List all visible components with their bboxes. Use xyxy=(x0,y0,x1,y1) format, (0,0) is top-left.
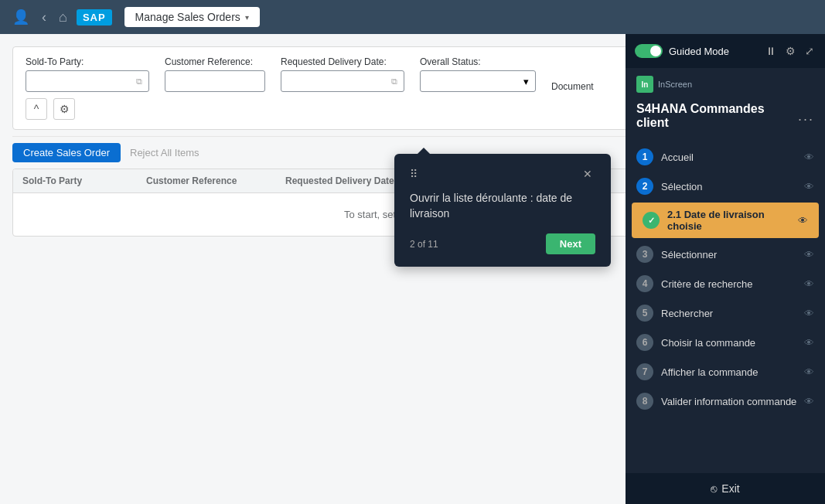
step-item-8[interactable]: 8 Valider information commande 👁 xyxy=(626,387,825,416)
create-sales-order-button[interactable]: Create Sales Order xyxy=(12,143,121,162)
tooltip-counter: 2 of 11 xyxy=(410,239,438,250)
customer-reference-label: Customer Reference: xyxy=(165,56,265,67)
col-customer-reference: Customer Reference xyxy=(146,175,285,186)
drag-handle-icon[interactable]: ⠿ xyxy=(410,168,418,180)
collapse-icon: ^ xyxy=(34,103,39,115)
document-field: Document xyxy=(551,81,594,92)
sold-to-party-field: Sold-To Party: ⧉ xyxy=(26,56,149,92)
step-label-3: Sélectionner xyxy=(661,249,804,261)
step-item-5[interactable]: 5 Rechercher 👁 xyxy=(626,298,825,328)
collapse-filters-button[interactable]: ^ xyxy=(26,98,47,120)
requested-delivery-date-field: Requested Delivery Date: ⧉ xyxy=(281,56,404,92)
requested-delivery-date-input[interactable]: ⧉ xyxy=(281,70,404,92)
step-item-7[interactable]: 7 Afficher la commande 👁 xyxy=(626,357,825,387)
step-label-6: Choisir la commande xyxy=(661,337,804,349)
step-num-7: 7 xyxy=(636,363,653,380)
exit-bar: ⎋ Exit xyxy=(626,473,825,504)
step-num-2: 2 xyxy=(636,178,653,195)
home-icon[interactable]: ⌂ xyxy=(56,6,70,29)
customer-reference-field: Customer Reference: xyxy=(165,56,265,92)
panel-expand-button[interactable]: ⤢ xyxy=(803,43,816,59)
guided-mode-toggle[interactable] xyxy=(635,44,663,58)
overall-status-label: Overall Status: xyxy=(420,56,536,67)
step-eye-icon-2-1[interactable]: 👁 xyxy=(798,215,808,226)
step-eye-icon-4[interactable]: 👁 xyxy=(804,278,814,290)
panel-settings-button[interactable]: ⚙ xyxy=(784,43,797,59)
step-num-5: 5 xyxy=(636,305,653,322)
tooltip-close-button[interactable]: ✕ xyxy=(580,166,595,182)
step-num-3: 3 xyxy=(636,246,653,263)
page-title-button[interactable]: Manage Sales Orders ▾ xyxy=(124,7,260,27)
guided-topbar: Guided Mode ⏸ ⚙ ⤢ xyxy=(626,34,825,68)
overall-status-dropdown[interactable]: ▾ xyxy=(420,70,536,92)
customer-reference-input[interactable] xyxy=(165,70,265,92)
page-title-text: Manage Sales Orders xyxy=(135,11,240,23)
exit-icon: ⎋ xyxy=(711,482,717,495)
overall-status-field: Overall Status: ▾ xyxy=(420,56,536,92)
step-label-2: Sélection xyxy=(661,181,804,192)
exit-label: Exit xyxy=(721,482,739,495)
settings-icon: ⚙ xyxy=(60,103,70,115)
copy-icon[interactable]: ⧉ xyxy=(136,77,142,87)
step-item-4[interactable]: 4 Critère de recherche 👁 xyxy=(626,269,825,298)
step-item-6[interactable]: 6 Choisir la commande 👁 xyxy=(626,328,825,357)
guided-panel-more-button[interactable]: ... xyxy=(798,108,814,124)
step-num-8: 8 xyxy=(636,393,653,410)
step-item-1[interactable]: 1 Accueil 👁 xyxy=(626,142,825,172)
sap-logo: SAP xyxy=(77,9,112,26)
tooltip-header: ⠿ ✕ xyxy=(410,166,595,182)
tooltip-next-button[interactable]: Next xyxy=(546,233,595,254)
brand-name: InScreen xyxy=(658,80,692,89)
guided-topbar-icons: ⏸ ⚙ ⤢ xyxy=(764,43,816,59)
step-eye-icon-3[interactable]: 👁 xyxy=(804,249,814,261)
document-label: Document xyxy=(551,81,594,92)
step-item-2[interactable]: 2 Sélection 👁 xyxy=(626,172,825,201)
toggle-knob xyxy=(650,46,661,56)
exit-button[interactable]: ⎋ Exit xyxy=(711,482,739,495)
col-sold-to-party: Sold-To Party xyxy=(22,175,146,186)
step-num-6: 6 xyxy=(636,334,653,351)
chevron-down-icon: ▾ xyxy=(245,13,249,22)
steps-list: 1 Accueil 👁 2 Sélection 👁 ✓ 2.1 Date de … xyxy=(626,139,825,473)
requested-delivery-date-label: Requested Delivery Date: xyxy=(281,56,404,67)
step-eye-icon-2[interactable]: 👁 xyxy=(804,181,814,192)
step-label-2-1: 2.1 Date de livraison choisie xyxy=(667,209,798,232)
tooltip-footer: 2 of 11 Next xyxy=(410,233,595,254)
filter-settings-button[interactable]: ⚙ xyxy=(53,98,75,120)
step-num-4: 4 xyxy=(636,275,653,292)
user-icon[interactable]: 👤 xyxy=(9,5,32,29)
step-eye-icon-1[interactable]: 👁 xyxy=(804,152,814,163)
step-num-2-1: ✓ xyxy=(643,212,660,229)
brand-icon: In xyxy=(636,76,653,93)
guided-brand: In InScreen xyxy=(626,68,825,97)
guided-mode-panel: Guided Mode ⏸ ⚙ ⤢ In InScreen S4HANA Com… xyxy=(626,34,825,504)
step-label-5: Rechercher xyxy=(661,308,804,319)
step-label-8: Valider information commande xyxy=(661,396,804,407)
step-item-3[interactable]: 3 Sélectionner 👁 xyxy=(626,240,825,269)
calendar-icon[interactable]: ⧉ xyxy=(391,77,397,87)
step-eye-icon-8[interactable]: 👁 xyxy=(804,396,814,407)
step-eye-icon-6[interactable]: 👁 xyxy=(804,337,814,349)
step-label-1: Accueil xyxy=(661,152,804,163)
guided-title-row: S4HANA Commandes client ... xyxy=(626,97,825,139)
step-item-2-1[interactable]: ✓ 2.1 Date de livraison choisie 👁 xyxy=(632,203,819,238)
step-label-4: Critère de recherche xyxy=(661,278,804,290)
main-content-area: Sold-To Party: ⧉ Customer Reference: Req… xyxy=(0,34,825,504)
step-eye-icon-5[interactable]: 👁 xyxy=(804,308,814,319)
top-navigation-bar: 👤 ‹ ⌂ SAP Manage Sales Orders ▾ xyxy=(0,0,825,34)
sold-to-party-input[interactable]: ⧉ xyxy=(26,70,149,92)
tooltip-message: Ouvrir la liste déroulante : date de liv… xyxy=(410,191,595,221)
step-label-7: Afficher la commande xyxy=(661,366,804,378)
guided-mode-label: Guided Mode xyxy=(669,46,758,57)
reject-all-items-button[interactable]: Reject All Items xyxy=(130,143,199,162)
back-icon[interactable]: ‹ xyxy=(39,6,49,29)
tooltip-popup: ⠿ ✕ Ouvrir la liste déroulante : date de… xyxy=(394,154,611,267)
dropdown-arrow-icon: ▾ xyxy=(523,76,529,87)
step-num-1: 1 xyxy=(636,148,653,165)
sold-to-party-label: Sold-To Party: xyxy=(26,56,149,67)
guided-panel-title: S4HANA Commandes client xyxy=(636,102,798,130)
pause-button[interactable]: ⏸ xyxy=(764,43,778,59)
step-eye-icon-7[interactable]: 👁 xyxy=(804,366,814,378)
